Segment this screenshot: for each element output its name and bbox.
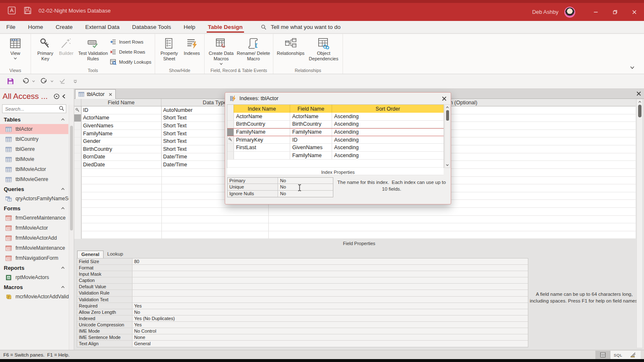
sidebar-item-mcrmovieactoraddvalid[interactable]: mcrMovieActorAddValid... [0,292,68,302]
minimize-button[interactable] [586,3,605,21]
property-row-indexed[interactable]: IndexedYes (No Duplicates) [77,315,528,322]
shutter-close-icon[interactable] [62,93,66,99]
tab-lookup[interactable]: Lookup [104,251,127,258]
sidebar-item-frmmoviemaintenance[interactable]: frmMovieMaintenance [0,243,68,253]
property-row-ime-sentence-mode[interactable]: IME Sentence ModeNone [77,334,528,341]
undo-dropdown-chevron[interactable] [32,80,35,83]
row-selector[interactable] [227,136,234,144]
avatar[interactable] [564,7,575,18]
sidebar-item-frmmovieactor[interactable]: frmMovieActor [0,223,68,233]
row-selector[interactable] [227,129,234,136]
design-view-button[interactable] [626,351,641,359]
collapse-ribbon-chevron[interactable] [630,66,635,70]
sidebar-item-qryactorsfamilyname[interactable]: qryActorsFamilyNameSe... [0,194,68,204]
ribbon-tab-file[interactable]: File [0,21,22,33]
close-dialog-icon[interactable] [441,96,447,101]
create-data-macros-button[interactable]: Create Data Macros [207,36,236,67]
property-row-required[interactable]: RequiredYes [77,303,528,309]
row-selector[interactable] [227,152,234,159]
sidebar-item-tblactor[interactable]: tblActor [0,124,68,134]
ribbon-tab-external-data[interactable]: External Data [79,21,126,33]
row-selector[interactable] [74,161,81,168]
ribbon-tab-help[interactable]: Help [177,21,202,33]
datasheet-view-button[interactable] [595,351,610,359]
group-header-reports[interactable]: Reports [0,263,68,272]
relationships-button[interactable]: Relationships [275,36,306,57]
delete-rows-button[interactable]: Delete Rows [110,47,151,57]
row-selector[interactable] [74,137,81,145]
ribbon-tab-database-tools[interactable]: Database Tools [126,21,177,33]
row-selector[interactable] [74,114,81,122]
sidebar-item-tblmovieactor[interactable]: tblMovieActor [0,164,68,174]
row-selector[interactable] [74,106,81,114]
index-row-familyname-selected[interactable]: FamilyName FamilyName Ascending [227,128,444,136]
sidebar-item-frmgenremaintenance[interactable]: frmGenreMaintenance [0,213,68,223]
tab-general[interactable]: General [77,251,104,258]
search-input[interactable] [2,104,66,113]
property-row-ime-mode[interactable]: IME ModeNo Control [77,328,528,334]
document-scrollbar[interactable] [636,99,643,348]
row-selector[interactable] [74,122,81,129]
index-row-firstlast-familyname[interactable]: FamilyName Ascending [227,152,444,160]
undo-button[interactable] [22,78,29,85]
sidebar-item-frmnavigationform[interactable]: frmNavigationForm [0,253,68,263]
scrollbar-thumb[interactable] [446,110,449,121]
property-row-validation-rule[interactable]: Validation Rule [77,290,528,296]
property-row-validation-text[interactable]: Validation Text [77,297,528,303]
property-row-allow-zero-length[interactable]: Allow Zero LengthNo [77,309,528,315]
index-property-primary[interactable]: PrimaryNo [228,178,333,184]
scroll-up-icon[interactable] [638,101,641,103]
group-header-forms[interactable]: Forms [0,204,68,213]
search-icon[interactable] [59,106,65,111]
property-sheet-button[interactable]: Property Sheet [157,36,182,63]
row-selector[interactable] [74,153,81,161]
ribbon-tab-home[interactable]: Home [22,21,49,33]
insert-rows-button[interactable]: Insert Rows [110,37,151,47]
sidebar-item-tblcountry[interactable]: tblCountry [0,134,68,144]
index-row-birthcountry[interactable]: BirthCountry BirthCountry Ascending [227,121,444,129]
scrollbar-thumb[interactable] [638,105,641,117]
rename-delete-macro-button[interactable]: Rename/ Delete Macro [236,36,271,63]
group-header-queries[interactable]: Queries [0,184,68,194]
indexes-scrollbar[interactable] [444,104,450,168]
ribbon-tab-create[interactable]: Create [49,21,79,33]
ribbon-tab-table-design[interactable]: Table Design [202,21,249,33]
row-selector[interactable] [74,145,81,153]
property-row-field-size[interactable]: Field Size80 [77,259,528,265]
row-selector[interactable] [227,113,234,120]
scroll-down-icon[interactable] [446,164,449,166]
property-row-unicode-compression[interactable]: Unicode CompressionYes [77,322,528,328]
restore-button[interactable] [605,3,625,21]
group-header-macros[interactable]: Macros [0,282,68,292]
sidebar-item-tblgenre[interactable]: tblGenre [0,144,68,154]
customize-qat-chevron[interactable] [73,80,78,83]
row-selector[interactable] [227,121,234,128]
close-document-icon[interactable] [636,91,641,96]
sql-view-button[interactable]: SQL [610,351,626,359]
property-row-default-value[interactable]: Default Value [77,284,528,290]
modify-lookups-button[interactable]: Modify Lookups [110,57,151,67]
index-property-unique[interactable]: UniqueNo [228,184,333,190]
view-button[interactable]: View [8,36,22,61]
scroll-up-icon[interactable] [446,106,449,109]
index-row-primarykey[interactable]: PrimaryKey ID Ascending [227,136,444,144]
account-name[interactable]: Deb Ashby [532,9,558,15]
sidebar-item-tblmovie[interactable]: tblMovie [0,154,68,164]
tell-me-search[interactable]: Tell me what you want to do [261,24,341,30]
indexes-button[interactable]: Indexes [182,36,203,57]
save-button[interactable] [7,78,14,85]
sidebar-scrollbar[interactable] [69,105,74,350]
sidebar-scrollbar-thumb[interactable] [70,126,73,230]
close-tab-icon[interactable] [109,93,112,96]
property-row-format[interactable]: Format [77,265,528,271]
save-icon[interactable] [23,6,32,15]
sidebar-item-rptmovieactors[interactable]: rptMovieActors [0,272,68,282]
row-selector[interactable] [227,144,234,151]
index-row-actorname[interactable]: ActorName ActorName Ascending [227,113,444,121]
close-button[interactable] [625,3,644,21]
test-validation-rules-button[interactable]: Test Validation Rules [76,36,110,63]
sidebar-item-frmmovieactoradd[interactable]: frmMovieActorAdd [0,233,68,243]
indexes-dialog-titlebar[interactable]: Indexes: tblActor [225,93,451,104]
redo-dropdown-chevron[interactable] [50,80,54,83]
primary-key-button[interactable]: Primary Key [34,36,56,63]
